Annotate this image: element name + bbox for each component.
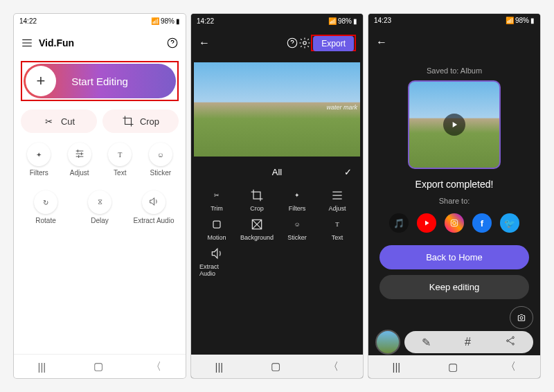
highlight-export: Export bbox=[311, 35, 356, 51]
share-icon[interactable] bbox=[505, 335, 516, 349]
svg-point-2 bbox=[303, 42, 307, 45]
editor-header: ← Export bbox=[191, 28, 363, 58]
filters-button[interactable]: ✦Filters bbox=[280, 188, 314, 212]
svg-point-9 bbox=[507, 340, 509, 342]
home-icon[interactable]: ▢ bbox=[448, 361, 458, 373]
smile-icon: ☺ bbox=[290, 217, 304, 231]
facebook-icon[interactable]: f bbox=[472, 213, 492, 233]
extract-audio-button[interactable]: Extract Audio bbox=[199, 247, 234, 277]
play-icon bbox=[443, 114, 465, 136]
youtube-icon[interactable] bbox=[417, 213, 436, 233]
time: 14:22 bbox=[19, 17, 37, 25]
app-title: Vid.Fun bbox=[39, 37, 74, 48]
rotate-icon: ↻ bbox=[43, 199, 48, 206]
sparkle-icon: ✦ bbox=[36, 151, 42, 159]
back-icon[interactable]: 〈 bbox=[151, 360, 161, 373]
smile-icon: ☺ bbox=[157, 151, 164, 159]
motion-button[interactable]: Motion bbox=[199, 217, 234, 241]
nav-bar: ||| ▢ 〈 bbox=[14, 354, 186, 378]
watermark: water mark bbox=[326, 104, 357, 111]
text-button[interactable]: TText bbox=[102, 143, 138, 177]
text-button[interactable]: TText bbox=[320, 217, 355, 241]
time: 14:22 bbox=[197, 17, 214, 25]
cut-button[interactable]: ✂Cut bbox=[21, 109, 97, 133]
back-icon[interactable]: 〈 bbox=[328, 360, 339, 373]
home-icon[interactable]: ▢ bbox=[271, 360, 280, 373]
status-bar: 14:22 📶 98%▮ bbox=[14, 14, 186, 28]
recents-icon[interactable]: ||| bbox=[215, 361, 224, 373]
sticker-button[interactable]: ☺Sticker bbox=[280, 217, 314, 241]
sticker-button[interactable]: ☺Sticker bbox=[143, 143, 179, 177]
crop-icon bbox=[250, 188, 264, 202]
bottom-bar: ✎ # bbox=[368, 329, 540, 355]
highlight-start: + Start Editing bbox=[21, 61, 179, 101]
bottom-pill: ✎ # bbox=[404, 331, 533, 353]
menu-icon[interactable] bbox=[21, 37, 33, 49]
nav-bar: ||| ▢ 〈 bbox=[191, 355, 363, 378]
tiktok-icon[interactable]: 🎵 bbox=[389, 213, 409, 233]
text-icon: T bbox=[118, 151, 122, 159]
tool-grid-2: ↻Rotate ⧖Delay Extract Audio bbox=[14, 184, 186, 224]
crop-button[interactable]: Crop bbox=[240, 188, 274, 212]
screen-editor: 14:22 📶 98%▮ ← Export water mark All ✓ ✂… bbox=[191, 14, 363, 378]
back-icon[interactable]: 〈 bbox=[506, 360, 516, 373]
help-icon[interactable] bbox=[166, 37, 179, 49]
status-icons: 📶 98%▮ bbox=[151, 17, 180, 25]
tab-all[interactable]: All ✓ bbox=[191, 161, 363, 183]
edit-icon[interactable]: ✎ bbox=[422, 336, 431, 349]
recents-icon[interactable]: ||| bbox=[393, 361, 401, 373]
instagram-icon[interactable] bbox=[445, 213, 464, 233]
screen-home: 14:22 📶 98%▮ Vid.Fun + Start Editing ✂Cu… bbox=[14, 14, 186, 378]
crop-icon bbox=[122, 115, 134, 127]
adjust-button[interactable]: Adjust bbox=[62, 143, 98, 177]
delay-button[interactable]: ⧖Delay bbox=[75, 190, 125, 224]
share-icons: 🎵 f 🐦 bbox=[368, 209, 540, 242]
nav-bar: ||| ▢ 〈 bbox=[368, 355, 540, 378]
twitter-icon[interactable]: 🐦 bbox=[500, 213, 519, 233]
back-arrow-icon[interactable]: ← bbox=[375, 36, 388, 48]
start-editing-button[interactable]: + Start Editing bbox=[24, 64, 176, 98]
capture-fab[interactable] bbox=[510, 306, 533, 329]
filters-button[interactable]: ✦Filters bbox=[21, 143, 57, 177]
hash-icon[interactable]: # bbox=[465, 336, 471, 348]
trim-button[interactable]: ✂Trim bbox=[199, 188, 234, 212]
svg-point-8 bbox=[512, 337, 515, 339]
recent-thumb[interactable] bbox=[375, 330, 400, 355]
status-icons: 📶 98%▮ bbox=[328, 17, 357, 25]
start-label: Start Editing bbox=[24, 75, 176, 87]
quick-tools: ✂Cut Crop bbox=[14, 107, 186, 136]
editor-tools: ✂Trim Crop ✦Filters Adjust Motion Backgr… bbox=[191, 183, 363, 283]
crop-button[interactable]: Crop bbox=[102, 109, 179, 133]
status-icons: 📶 98%▮ bbox=[506, 17, 535, 24]
header: Vid.Fun bbox=[14, 28, 186, 58]
text-icon: T bbox=[330, 217, 344, 231]
sparkle-icon: ✦ bbox=[290, 188, 304, 202]
motion-icon bbox=[210, 217, 224, 231]
check-icon[interactable]: ✓ bbox=[344, 167, 352, 177]
video-preview[interactable]: water mark bbox=[194, 62, 360, 157]
scissors-icon: ✂ bbox=[43, 115, 55, 127]
svg-point-7 bbox=[520, 317, 523, 319]
screen-export-done: 14:23 📶 98%▮ ← Saved to: Album Export co… bbox=[368, 14, 540, 378]
help-icon[interactable] bbox=[286, 37, 298, 49]
svg-rect-5 bbox=[451, 220, 457, 226]
extract-audio-button[interactable]: Extract Audio bbox=[129, 190, 179, 224]
home-icon[interactable]: ▢ bbox=[93, 360, 103, 373]
recents-icon[interactable]: ||| bbox=[38, 361, 46, 373]
gear-icon[interactable] bbox=[298, 37, 311, 49]
rotate-button[interactable]: ↻Rotate bbox=[21, 190, 71, 224]
audio-icon bbox=[210, 247, 224, 260]
export-button[interactable]: Export bbox=[313, 36, 354, 51]
back-arrow-icon[interactable]: ← bbox=[198, 37, 211, 49]
adjust-button[interactable]: Adjust bbox=[320, 188, 355, 212]
status-bar: 14:23 📶 98%▮ bbox=[368, 14, 540, 27]
svg-point-6 bbox=[453, 222, 456, 225]
sliders-icon bbox=[74, 148, 85, 161]
export-thumbnail[interactable] bbox=[408, 80, 501, 170]
saved-to: Saved to: Album bbox=[368, 57, 540, 80]
back-to-home-button[interactable]: Back to Home bbox=[379, 245, 529, 269]
keep-editing-button[interactable]: Keep editing bbox=[379, 275, 529, 299]
sliders-icon bbox=[330, 188, 344, 202]
background-button[interactable]: Background bbox=[240, 217, 274, 241]
export-complete: Export completed! bbox=[368, 169, 540, 193]
